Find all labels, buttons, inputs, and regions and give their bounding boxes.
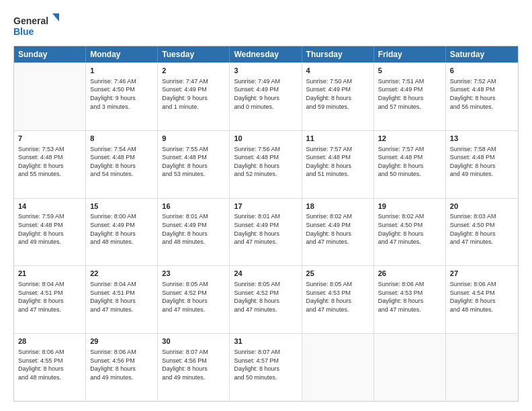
- cell-info: Sunrise: 8:02 AMSunset: 4:49 PMDaylight:…: [306, 212, 369, 246]
- day-number: 16: [162, 201, 225, 212]
- calendar-cell: 18Sunrise: 8:02 AMSunset: 4:49 PMDayligh…: [302, 199, 374, 266]
- page: General Blue SundayMondayTuesdayWednesda…: [0, 0, 532, 411]
- calendar-cell: 25Sunrise: 8:05 AMSunset: 4:53 PMDayligh…: [302, 266, 374, 333]
- day-number: 24: [234, 269, 297, 279]
- header-cell-monday: Monday: [86, 46, 158, 62]
- cell-info: Sunrise: 8:05 AMSunset: 4:53 PMDaylight:…: [306, 280, 369, 314]
- day-number: 1: [90, 66, 153, 76]
- calendar-cell: 6Sunrise: 7:52 AMSunset: 4:48 PMDaylight…: [446, 63, 518, 130]
- cell-info: Sunrise: 7:46 AMSunset: 4:50 PMDaylight:…: [90, 77, 153, 111]
- calendar-cell: 30Sunrise: 8:07 AMSunset: 4:56 PMDayligh…: [158, 334, 230, 401]
- calendar-cell: 22Sunrise: 8:04 AMSunset: 4:51 PMDayligh…: [86, 266, 158, 333]
- day-number: 23: [162, 269, 225, 279]
- day-number: 30: [162, 336, 225, 347]
- calendar-cell: 20Sunrise: 8:03 AMSunset: 4:50 PMDayligh…: [446, 199, 518, 266]
- header-cell-friday: Friday: [374, 46, 446, 62]
- calendar-row-3: 21Sunrise: 8:04 AMSunset: 4:51 PMDayligh…: [14, 265, 518, 333]
- cell-info: Sunrise: 7:49 AMSunset: 4:49 PMDaylight:…: [234, 77, 297, 111]
- svg-text:Blue: Blue: [13, 26, 34, 37]
- calendar-cell: 15Sunrise: 8:00 AMSunset: 4:49 PMDayligh…: [86, 199, 158, 266]
- header: General Blue: [13, 12, 519, 39]
- cell-info: Sunrise: 7:47 AMSunset: 4:49 PMDaylight:…: [162, 77, 225, 111]
- calendar-cell: 1Sunrise: 7:46 AMSunset: 4:50 PMDaylight…: [86, 63, 158, 130]
- calendar-cell: 9Sunrise: 7:55 AMSunset: 4:48 PMDaylight…: [158, 131, 230, 198]
- day-number: 27: [450, 269, 514, 279]
- cell-info: Sunrise: 7:53 AMSunset: 4:48 PMDaylight:…: [18, 145, 81, 179]
- calendar-cell: 26Sunrise: 8:06 AMSunset: 4:53 PMDayligh…: [374, 266, 446, 333]
- svg-marker-2: [52, 13, 59, 21]
- cell-info: Sunrise: 7:55 AMSunset: 4:48 PMDaylight:…: [162, 145, 225, 179]
- day-number: 6: [450, 66, 514, 76]
- cell-info: Sunrise: 8:07 AMSunset: 4:56 PMDaylight:…: [162, 348, 225, 381]
- logo-svg: General Blue: [13, 12, 60, 39]
- cell-info: Sunrise: 7:59 AMSunset: 4:48 PMDaylight:…: [18, 212, 81, 246]
- day-number: 13: [450, 134, 514, 144]
- day-number: 26: [378, 269, 441, 279]
- calendar-cell: 19Sunrise: 8:02 AMSunset: 4:50 PMDayligh…: [374, 199, 446, 266]
- calendar-body: 1Sunrise: 7:46 AMSunset: 4:50 PMDaylight…: [14, 62, 518, 401]
- calendar-cell: 23Sunrise: 8:05 AMSunset: 4:52 PMDayligh…: [158, 266, 230, 333]
- header-cell-thursday: Thursday: [302, 46, 374, 62]
- cell-info: Sunrise: 8:04 AMSunset: 4:51 PMDaylight:…: [90, 280, 153, 314]
- cell-info: Sunrise: 8:05 AMSunset: 4:52 PMDaylight:…: [234, 280, 297, 314]
- day-number: 20: [450, 201, 514, 212]
- calendar-cell: 2Sunrise: 7:47 AMSunset: 4:49 PMDaylight…: [158, 63, 230, 130]
- header-cell-wednesday: Wednesday: [230, 46, 302, 62]
- logo: General Blue: [13, 12, 60, 39]
- calendar-cell: 28Sunrise: 8:06 AMSunset: 4:55 PMDayligh…: [14, 334, 86, 401]
- day-number: 2: [162, 66, 225, 76]
- calendar-cell: 17Sunrise: 8:01 AMSunset: 4:49 PMDayligh…: [230, 199, 302, 266]
- cell-info: Sunrise: 8:05 AMSunset: 4:52 PMDaylight:…: [162, 280, 225, 314]
- calendar-cell: 16Sunrise: 8:01 AMSunset: 4:49 PMDayligh…: [158, 199, 230, 266]
- cell-info: Sunrise: 8:06 AMSunset: 4:53 PMDaylight:…: [378, 280, 441, 314]
- day-number: 8: [90, 134, 153, 144]
- cell-info: Sunrise: 8:03 AMSunset: 4:50 PMDaylight:…: [450, 212, 514, 246]
- day-number: 18: [306, 201, 369, 212]
- calendar-cell: [374, 334, 446, 401]
- calendar-cell: 31Sunrise: 8:07 AMSunset: 4:57 PMDayligh…: [230, 334, 302, 401]
- cell-info: Sunrise: 7:51 AMSunset: 4:49 PMDaylight:…: [378, 77, 441, 111]
- day-number: 14: [18, 201, 81, 212]
- day-number: 17: [234, 201, 297, 212]
- cell-info: Sunrise: 8:02 AMSunset: 4:50 PMDaylight:…: [378, 212, 441, 246]
- day-number: 9: [162, 134, 225, 144]
- calendar-cell: 12Sunrise: 7:57 AMSunset: 4:48 PMDayligh…: [374, 131, 446, 198]
- day-number: 19: [378, 201, 441, 212]
- cell-info: Sunrise: 7:58 AMSunset: 4:48 PMDaylight:…: [450, 145, 514, 179]
- header-cell-tuesday: Tuesday: [158, 46, 230, 62]
- day-number: 3: [234, 66, 297, 76]
- calendar-cell: 29Sunrise: 8:06 AMSunset: 4:56 PMDayligh…: [86, 334, 158, 401]
- day-number: 7: [18, 134, 81, 144]
- cell-info: Sunrise: 8:07 AMSunset: 4:57 PMDaylight:…: [234, 348, 297, 381]
- calendar-cell: 5Sunrise: 7:51 AMSunset: 4:49 PMDaylight…: [374, 63, 446, 130]
- calendar-cell: 8Sunrise: 7:54 AMSunset: 4:48 PMDaylight…: [86, 131, 158, 198]
- day-number: 21: [18, 269, 81, 279]
- header-cell-saturday: Saturday: [446, 46, 518, 62]
- cell-info: Sunrise: 7:57 AMSunset: 4:48 PMDaylight:…: [306, 145, 369, 179]
- cell-info: Sunrise: 8:04 AMSunset: 4:51 PMDaylight:…: [18, 280, 81, 314]
- calendar-cell: [302, 334, 374, 401]
- calendar-row-1: 7Sunrise: 7:53 AMSunset: 4:48 PMDaylight…: [14, 130, 518, 198]
- cell-info: Sunrise: 7:57 AMSunset: 4:48 PMDaylight:…: [378, 145, 441, 179]
- day-number: 15: [90, 201, 153, 212]
- calendar-row-0: 1Sunrise: 7:46 AMSunset: 4:50 PMDaylight…: [14, 62, 518, 130]
- day-number: 29: [90, 336, 153, 347]
- calendar-cell: 14Sunrise: 7:59 AMSunset: 4:48 PMDayligh…: [14, 199, 86, 266]
- day-number: 28: [18, 336, 81, 347]
- calendar-cell: 21Sunrise: 8:04 AMSunset: 4:51 PMDayligh…: [14, 266, 86, 333]
- day-number: 22: [90, 269, 153, 279]
- calendar-cell: [446, 334, 518, 401]
- calendar-cell: 27Sunrise: 8:06 AMSunset: 4:54 PMDayligh…: [446, 266, 518, 333]
- day-number: 25: [306, 269, 369, 279]
- header-cell-sunday: Sunday: [14, 46, 86, 62]
- cell-info: Sunrise: 7:50 AMSunset: 4:49 PMDaylight:…: [306, 77, 369, 111]
- calendar-cell: 10Sunrise: 7:56 AMSunset: 4:48 PMDayligh…: [230, 131, 302, 198]
- day-number: 10: [234, 134, 297, 144]
- calendar-row-4: 28Sunrise: 8:06 AMSunset: 4:55 PMDayligh…: [14, 333, 518, 401]
- cell-info: Sunrise: 8:00 AMSunset: 4:49 PMDaylight:…: [90, 212, 153, 246]
- day-number: 11: [306, 134, 369, 144]
- calendar-header-row: SundayMondayTuesdayWednesdayThursdayFrid…: [14, 46, 518, 62]
- calendar-cell: 7Sunrise: 7:53 AMSunset: 4:48 PMDaylight…: [14, 131, 86, 198]
- day-number: 12: [378, 134, 441, 144]
- cell-info: Sunrise: 7:56 AMSunset: 4:48 PMDaylight:…: [234, 145, 297, 179]
